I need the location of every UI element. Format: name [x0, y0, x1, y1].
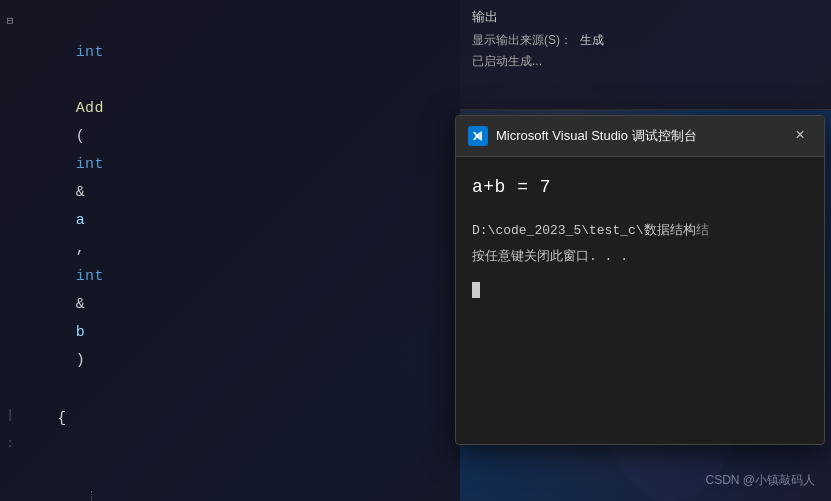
comma: , [76, 240, 95, 257]
output-title: 输出 [472, 8, 819, 26]
ref-a: & [76, 184, 95, 201]
code-editor-panel: ⊟ int Add ( int & a , int & b ) | { : re… [0, 0, 460, 501]
csdn-watermark: CSDN @小镇敲码人 [705, 472, 815, 489]
keyword-int-1: int [76, 44, 104, 61]
output-status: 已启动生成... [472, 53, 819, 70]
dialog-press-key: 按任意键关闭此窗口. . . [472, 247, 808, 265]
keyword-int-2: int [76, 156, 104, 173]
path-continuation: 结 [696, 223, 709, 238]
param-a: a [76, 212, 85, 229]
dialog-title-left: Microsoft Visual Studio 调试控制台 [468, 126, 697, 146]
dialog-content: a+b = 7 D:\code_2023_5\test_c\数据结构结 按任意键… [456, 157, 824, 319]
param-b: b [76, 324, 85, 341]
brace-open-1: { [20, 405, 67, 433]
code-line-1: ⊟ int Add ( int & a , int & b ) [0, 10, 460, 404]
output-panel: 输出 显示输出来源(S)： 生成 已启动生成... [460, 0, 831, 110]
dialog-path-line: D:\code_2023_5\test_c\数据结构结 [472, 221, 808, 239]
debug-console-dialog: Microsoft Visual Studio 调试控制台 × a+b = 7 … [455, 115, 825, 445]
collapse-icon-1: ⊟ [0, 11, 20, 27]
dialog-cursor-line [472, 281, 808, 299]
vs-icon [468, 126, 488, 146]
output-source-row: 显示输出来源(S)： 生成 [472, 32, 819, 49]
path-text: D:\code_2023_5\test_c\数据结构 [472, 223, 696, 238]
guide-2: : [0, 435, 20, 451]
space [76, 72, 85, 89]
ref-b: & [76, 296, 95, 313]
dialog-titlebar: Microsoft Visual Studio 调试控制台 × [456, 116, 824, 157]
vs-logo-svg [471, 129, 485, 143]
fn-add: Add [76, 100, 104, 117]
code-line-2: | { [0, 404, 460, 434]
paren-close: ) [76, 352, 85, 369]
keyword-int-3: int [76, 268, 104, 285]
dialog-title-text: Microsoft Visual Studio 调试控制台 [496, 127, 697, 145]
text-cursor [472, 282, 480, 298]
guide-1: | [0, 405, 20, 422]
output-source-label: 显示输出来源(S)： [472, 32, 572, 49]
return-stmt: return a + b ; [20, 435, 132, 501]
press-key-text: 按任意键关闭此窗口. . . [472, 249, 628, 264]
dialog-close-button[interactable]: × [788, 124, 812, 148]
paren: ( [76, 128, 85, 145]
dialog-result-line: a+b = 7 [472, 177, 808, 197]
output-source-value: 生成 [580, 32, 604, 49]
code-line-3: : return a + b ; [0, 434, 460, 501]
